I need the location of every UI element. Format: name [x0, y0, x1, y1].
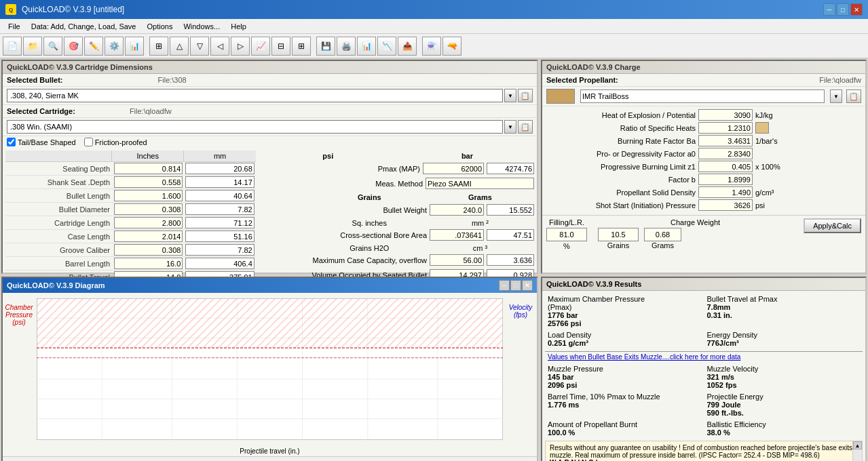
toolbar-graph1[interactable]: 📈: [251, 37, 270, 56]
muzzle-pressure-cell: Muzzle Pressure 145 bar 2096 psi: [545, 363, 704, 390]
pro-degressivity-input[interactable]: [698, 148, 753, 159]
toolbar-bar[interactable]: 📉: [377, 37, 396, 56]
bullet-combo[interactable]: .308, 240, Sierra MK: [7, 89, 503, 102]
propellant-burnt-label: Amount of Propellant Burnt: [548, 420, 701, 428]
shank-seat-inches[interactable]: [114, 176, 183, 188]
pmax-psi-input[interactable]: [423, 163, 484, 174]
seating-depth-inches[interactable]: [114, 163, 183, 174]
shank-seat-mm[interactable]: [185, 176, 254, 188]
charge-grams-label: Grams: [652, 241, 674, 249]
groove-caliber-inches[interactable]: [114, 244, 183, 256]
toolbar-tri4[interactable]: ▷: [231, 37, 250, 56]
barrel-length-mm[interactable]: [185, 258, 254, 269]
bullet-weight-grams-input[interactable]: [487, 204, 534, 216]
values-label[interactable]: Values when Bullet Base Exits Muzzle....…: [545, 351, 863, 362]
toolbar-cartridge[interactable]: ⚙️: [105, 37, 124, 56]
menu-help[interactable]: Help: [225, 21, 252, 32]
pro-degressivity-label: Pro- or Degressivity Factor a0: [546, 150, 696, 158]
filling-input[interactable]: [546, 228, 587, 241]
bullet-diameter-mm[interactable]: [185, 203, 254, 215]
cartridge-edit-btn[interactable]: 📋: [518, 120, 533, 134]
case-length-mm[interactable]: [185, 230, 254, 242]
toolbar-search[interactable]: 🔍: [43, 37, 62, 56]
cross-sectional-mm2-input[interactable]: [487, 229, 534, 241]
toolbar-new[interactable]: 📄: [3, 37, 22, 56]
tail-base-shaped-cb[interactable]: [7, 138, 16, 146]
charge-weight-group: Charge Weight Grains Grams: [598, 218, 793, 249]
case-length-label: Case Length: [5, 231, 113, 242]
bullet-weight-grains-input[interactable]: [430, 204, 484, 216]
diagram-minimize-btn[interactable]: ─: [499, 280, 510, 291]
case-length-inches[interactable]: [114, 230, 183, 242]
menu-file[interactable]: File: [3, 21, 26, 32]
charge-grains-group: Grains: [598, 228, 639, 249]
scroll-up-btn[interactable]: ▲: [853, 441, 862, 449]
menu-options[interactable]: Options: [141, 21, 178, 32]
toolbar-tri1[interactable]: △: [170, 37, 189, 56]
close-button[interactable]: ✕: [850, 3, 863, 16]
charge-apply-calc-btn[interactable]: Apply&Calc: [804, 218, 861, 233]
groove-caliber-mm[interactable]: [185, 244, 254, 256]
friction-proofed-cb[interactable]: [84, 138, 93, 146]
toolbar-tri3[interactable]: ◁: [210, 37, 229, 56]
toolbar-bullet-edit[interactable]: ✏️: [84, 37, 103, 56]
toolbar-grid[interactable]: ⊟: [271, 37, 290, 56]
shot-start-input[interactable]: [698, 199, 753, 211]
bullet-diameter-inches[interactable]: [114, 203, 183, 215]
propellant-edit-btn[interactable]: 📋: [846, 89, 861, 103]
propellant-combo[interactable]: IMR TrailBoss: [580, 89, 825, 103]
max-case-grains-input[interactable]: [430, 254, 484, 266]
menu-data[interactable]: Data: Add, Change, Load, Save: [26, 21, 142, 32]
toolbar-bullet-search[interactable]: 🎯: [64, 37, 83, 56]
toolbar-grid2[interactable]: ⊞: [292, 37, 311, 56]
bullet-length-inches[interactable]: [114, 190, 183, 201]
muzzle-velocity-ms: 321 m/s: [707, 373, 861, 381]
cartridge-length-mm[interactable]: [185, 217, 254, 228]
minimize-button[interactable]: ─: [823, 3, 835, 16]
propellant-combo-row: IMR TrailBoss ▼ 📋: [542, 87, 865, 106]
toolbar-calc[interactable]: 📊: [125, 37, 144, 56]
charge-grains-input[interactable]: [598, 228, 639, 241]
ratio-specific-input[interactable]: [698, 122, 753, 134]
toolbar-chart[interactable]: 📊: [357, 37, 376, 56]
toolbar-tri2[interactable]: ▽: [190, 37, 209, 56]
diagram-close-btn[interactable]: ✕: [522, 280, 533, 291]
bullet-edit-btn[interactable]: 📋: [518, 89, 533, 102]
bullet-combo-btn[interactable]: ▼: [504, 89, 516, 102]
cartridge-length-inches[interactable]: [114, 217, 183, 228]
pmax-bar-input[interactable]: [487, 163, 534, 174]
burning-rate-input[interactable]: [698, 135, 753, 146]
pro-degressivity-row: Pro- or Degressivity Factor a0: [546, 148, 861, 159]
toolbar-open[interactable]: 📁: [23, 37, 42, 56]
cartridge-combo-btn[interactable]: ▼: [504, 120, 516, 134]
friction-proofed-label[interactable]: Friction-proofed: [84, 138, 147, 146]
menu-windows[interactable]: Windows...: [178, 21, 225, 32]
bullet-length-mm[interactable]: [185, 190, 254, 201]
propellant-combo-btn[interactable]: ▼: [830, 89, 842, 103]
toolbar-ammo[interactable]: 🔫: [442, 37, 461, 56]
maximize-button[interactable]: □: [837, 3, 849, 16]
charge-grams-input[interactable]: [644, 228, 681, 241]
tail-base-shaped-label[interactable]: Tail/Base Shaped: [7, 138, 76, 146]
factor-b-input[interactable]: [698, 174, 753, 185]
toolbar-save[interactable]: 💾: [316, 37, 335, 56]
cross-sectional-sqin-input[interactable]: [430, 229, 484, 241]
warning-scrollbar[interactable]: ▲ ▼: [852, 441, 862, 461]
diagram-restore-btn[interactable]: □: [510, 280, 521, 291]
meas-method-input[interactable]: [426, 178, 534, 189]
progressive-limit-input[interactable]: [698, 161, 753, 172]
barrel-length-inches[interactable]: [114, 258, 183, 269]
file-bullet-path: File:\308: [158, 76, 187, 84]
seating-depth-mm[interactable]: [185, 163, 254, 174]
cartridge-combo[interactable]: .308 Win. (SAAMI): [7, 120, 503, 134]
burning-rate-row: Burning Rate Factor Ba 1/bar's: [546, 135, 861, 146]
toolbar-print[interactable]: 🖨️: [337, 37, 356, 56]
cartridge-combo-row: .308 Win. (SAAMI) ▼ 📋: [3, 118, 537, 136]
heat-explosion-input[interactable]: [698, 109, 753, 121]
toolbar-powder[interactable]: ⚗️: [422, 37, 441, 56]
charge-apply-group: Apply&Calc: [804, 218, 861, 236]
toolbar-export[interactable]: 📤: [398, 37, 417, 56]
toolbar-table[interactable]: ⊞: [149, 37, 168, 56]
solid-density-input[interactable]: [698, 186, 753, 198]
max-case-cm3-input[interactable]: [487, 254, 534, 266]
